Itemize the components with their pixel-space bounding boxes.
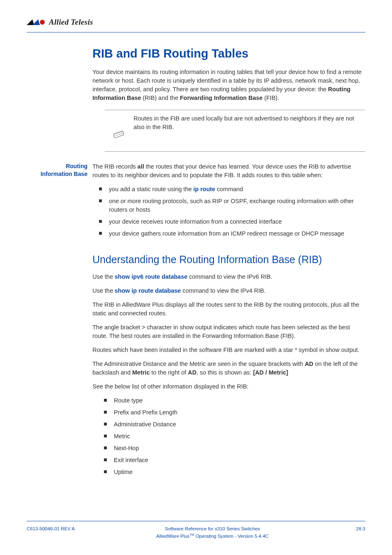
header-divider: [27, 32, 365, 32]
section-heading: Understanding the Routing Information Ba…: [92, 252, 365, 267]
rib-fields-list: Route type Prefix and Prefix Length Admi…: [92, 396, 365, 476]
rib-conditions-list: you add a static route using the ip rout…: [92, 185, 365, 238]
list-item: Exit interface: [106, 456, 365, 465]
page-number: 28.3: [332, 525, 365, 532]
list-item: you add a static route using the ip rout…: [101, 185, 365, 194]
rib-description: The RIB records all the routes that your…: [92, 162, 365, 180]
list-item: your device receives route information f…: [101, 217, 365, 226]
list-item: Administrative Distance: [106, 420, 365, 429]
brand-name: Allied Telesis: [49, 16, 93, 28]
list-item: Metric: [106, 432, 365, 441]
pencil-icon: [112, 114, 127, 141]
note-text: Routes in the FIB are used locally but a…: [134, 114, 365, 141]
rib-section: Routing Information Base The RIB records…: [92, 162, 365, 180]
body-text: Use the show ip route database command t…: [92, 287, 365, 295]
main-content: RIB and FIB Routing Tables Your device m…: [27, 45, 365, 477]
page-footer: C613-50046-01 REV A Software Reference f…: [27, 521, 365, 539]
footer-title: Software Reference for x310 Series Switc…: [92, 525, 332, 532]
brand-logo-icon: [27, 18, 46, 27]
list-item: Prefix and Prefix Length: [106, 408, 365, 417]
body-text: See the below list of other information …: [92, 382, 365, 391]
svg-point-2: [40, 20, 45, 25]
show-ip-route-link[interactable]: show ip route database: [115, 287, 181, 294]
list-item: Route type: [106, 396, 365, 405]
list-item: one or more routing protocols, such as R…: [101, 197, 365, 214]
footer-divider: [27, 521, 365, 521]
list-item: Uptime: [106, 468, 365, 476]
note-callout: Routes in the FIB are used locally but a…: [105, 110, 365, 152]
show-ipv6-route-link[interactable]: show ipv6 route database: [115, 273, 187, 280]
svg-marker-1: [32, 19, 40, 25]
list-item: Next-Hop: [106, 444, 365, 453]
body-text: Routes which have been installed in the …: [92, 346, 365, 354]
footer-subtitle: AlliedWare PlusTM Operating System - Ver…: [92, 532, 332, 540]
page-title: RIB and FIB Routing Tables: [92, 45, 365, 62]
body-text: The Administrative Distance and the Metr…: [92, 360, 365, 377]
body-text: The angle bracket > character in show ou…: [92, 323, 365, 340]
margin-heading-rib: Routing Information Base: [23, 162, 88, 178]
list-item: your device gathers route information fr…: [101, 229, 365, 238]
page-header: Allied Telesis: [27, 16, 365, 28]
footer-center: Software Reference for x310 Series Switc…: [92, 525, 332, 539]
doc-ref: C613-50046-01 REV A: [27, 525, 92, 532]
ip-route-link[interactable]: ip route: [194, 186, 215, 192]
svg-marker-0: [27, 19, 34, 25]
body-text: The RIB in AlliedWare Plus displays all …: [92, 301, 365, 318]
intro-paragraph: Your device maintains its routing inform…: [92, 68, 365, 102]
body-text: Use the show ipv6 route database command…: [92, 273, 365, 281]
